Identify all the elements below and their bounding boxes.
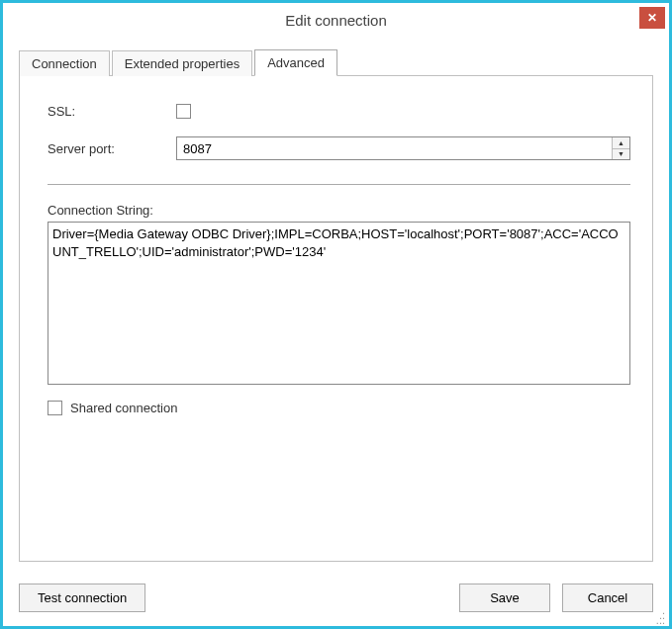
dialog-body: Connection Extended properties Advanced … [3,37,669,572]
shared-connection-label: Shared connection [70,401,177,415]
server-port-spinner: ▲ ▼ [176,136,630,160]
spinner-buttons: ▲ ▼ [612,137,629,159]
close-icon: ✕ [647,11,657,25]
shared-connection-row: Shared connection [48,401,630,415]
advanced-panel: SSL: Server port: ▲ ▼ [19,75,653,562]
ssl-label: SSL: [48,104,176,119]
tab-connection[interactable]: Connection [19,50,110,76]
shared-connection-checkbox[interactable] [48,401,62,415]
ssl-row: SSL: [48,104,630,119]
tab-advanced[interactable]: Advanced [254,49,337,76]
window-title: Edit connection [285,12,387,29]
cancel-button[interactable]: Cancel [562,584,653,612]
server-port-row: Server port: ▲ ▼ [48,136,630,160]
server-port-label: Server port: [48,141,176,156]
connection-string-label: Connection String: [48,203,630,218]
server-port-input[interactable] [177,137,612,159]
tabstrip: Connection Extended properties Advanced [19,48,653,75]
chevron-up-icon: ▲ [618,139,624,146]
divider [48,184,630,185]
titlebar: Edit connection ✕ [3,3,669,37]
ssl-checkbox[interactable] [176,104,191,119]
test-connection-button[interactable]: Test connection [19,584,145,612]
dialog-footer: Test connection Save Cancel [3,572,669,626]
chevron-down-icon: ▼ [618,150,624,157]
connection-string-textarea[interactable] [48,222,630,385]
close-button[interactable]: ✕ [639,7,665,29]
edit-connection-dialog: Edit connection ✕ Connection Extended pr… [0,0,672,629]
spinner-down-button[interactable]: ▼ [613,149,629,160]
save-button[interactable]: Save [459,584,550,612]
spinner-up-button[interactable]: ▲ [613,137,629,149]
tab-extended-properties[interactable]: Extended properties [112,50,252,76]
